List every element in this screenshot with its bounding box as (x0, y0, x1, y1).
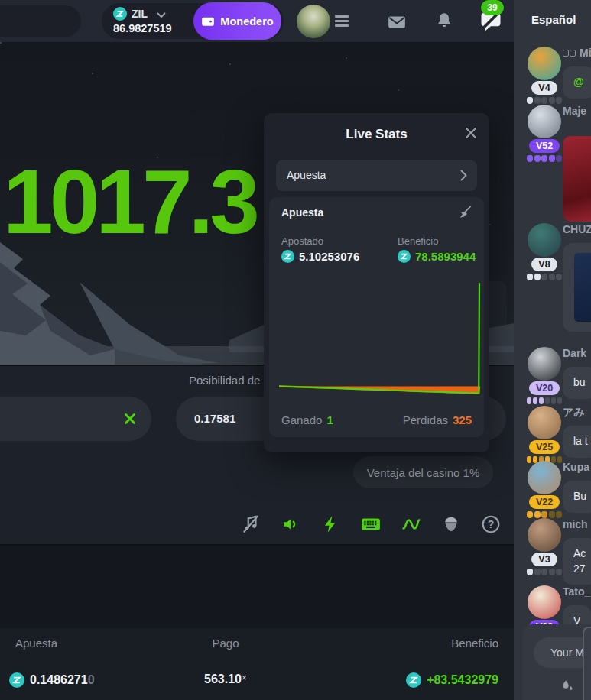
vip-level-badge: V3 (531, 553, 557, 566)
chat-text-message: @ (563, 66, 591, 99)
wallet-icon (201, 15, 215, 28)
chat-image-message[interactable] (563, 243, 591, 332)
user-avatar[interactable] (528, 347, 561, 381)
last-bet-results-bar: Apuesta Pago Beneficio 0.14862710 563.10… (0, 628, 514, 700)
vip-level-badge: V52 (529, 139, 560, 153)
zil-coin-icon (113, 7, 127, 21)
game-toolbar: ? (0, 504, 514, 544)
live-stats-chart (277, 274, 482, 403)
zil-coin-icon (398, 250, 411, 263)
house-edge-button[interactable]: Ventaja del casino 1% (353, 456, 493, 488)
chat-username[interactable]: Mi (563, 46, 591, 60)
goggles-icon (563, 50, 576, 57)
wagered-value: 5.10253076 (281, 250, 359, 263)
profit-label: Beneficio (398, 235, 438, 247)
chat-username[interactable]: Tato_ (563, 585, 591, 598)
notifications-badge: 39 (481, 0, 504, 15)
music-off-icon[interactable] (241, 514, 261, 534)
user-avatar[interactable] (528, 585, 561, 619)
menu-icon[interactable] (335, 15, 349, 28)
bell-icon[interactable] (434, 11, 454, 31)
stats-filter-dropdown[interactable]: Apuesta (276, 160, 477, 191)
profit-value: +83.5432979 (406, 672, 498, 688)
rain-icon[interactable] (560, 679, 576, 694)
chevron-right-icon (460, 170, 467, 181)
chat-text-message: Bu (563, 481, 591, 513)
user-avatar[interactable] (528, 223, 561, 257)
bet-column-header: Apuesta (15, 637, 57, 650)
gem-row (527, 397, 562, 404)
live-stats-title: Live Stats (264, 127, 489, 142)
stats-card: Apuesta Apostado 5.10253076 Beneficio 78… (269, 197, 484, 437)
gem-row (527, 569, 562, 575)
live-stats-panel: Live Stats Apuesta Apuesta Apostado 5.10… (264, 113, 489, 452)
bet-amount-value: 0.14862710 (9, 672, 95, 688)
topbar-left-stub (0, 5, 81, 37)
chat-input-panel: Your Me (522, 624, 591, 700)
chat-image (574, 253, 591, 322)
balance-value: 86.9827519 (113, 22, 172, 34)
side-overlay-panel-edge (583, 627, 591, 700)
svg-text:?: ? (488, 518, 495, 530)
vip-level-badge: V22 (529, 495, 560, 509)
sound-icon[interactable] (281, 514, 301, 534)
currency-code: ZIL (132, 8, 148, 20)
zil-coin-icon (9, 672, 24, 688)
topbar: ZIL 86.9827519 Monedero 39 (0, 0, 514, 42)
chat-username[interactable]: アみ (563, 405, 591, 419)
chat-sidebar: Español V4Mi@V52MajeV8CHUZV20DarkbuV25アみ… (514, 0, 591, 700)
losses-counter: Pérdidas325 (403, 413, 472, 426)
seed-icon[interactable] (441, 514, 461, 534)
clear-x-icon[interactable] (124, 413, 136, 425)
app-window: 1017.3 Posibilidad de 0.17581 Ventaja de… (0, 0, 591, 700)
user-avatar[interactable] (297, 5, 330, 38)
profit-stat-value: 78.5893944 (398, 250, 476, 263)
chat-username[interactable]: Kupa (563, 460, 591, 474)
game-result-multiplier: 1017.3 (3, 150, 256, 254)
fast-bet-icon[interactable] (321, 514, 341, 534)
hotkeys-icon[interactable] (361, 514, 381, 534)
profit-column-header: Beneficio (451, 637, 498, 650)
mail-icon[interactable] (387, 12, 407, 32)
chat-text-message: la t (563, 426, 591, 458)
zil-coin-icon (406, 672, 421, 688)
wallet-button[interactable]: Monedero (193, 2, 281, 40)
wagered-label: Apostado (281, 235, 323, 247)
target-multiplier-input[interactable] (0, 397, 151, 441)
vip-level-badge: V4 (531, 81, 557, 95)
chevron-down-icon (157, 12, 166, 18)
user-avatar[interactable] (528, 518, 561, 552)
gem-row (527, 155, 562, 162)
live-stats-icon[interactable] (401, 514, 421, 534)
gem-row (527, 274, 562, 280)
gem-row (527, 97, 562, 104)
chat-username[interactable]: CHUZ (563, 222, 591, 236)
lower-spacer (0, 546, 514, 628)
chat-username[interactable]: Maje (563, 104, 591, 118)
stars-decoration (0, 42, 2, 44)
user-avatar[interactable] (528, 406, 561, 439)
chat-username[interactable]: Dark (563, 346, 591, 360)
vip-level-badge: V20 (529, 381, 560, 395)
payout-column-header: Pago (176, 637, 275, 650)
user-avatar[interactable] (528, 461, 561, 494)
stats-filter-label: Apuesta (287, 169, 326, 181)
payout-multiplier-value: 563.10× (176, 672, 275, 686)
broom-icon[interactable] (456, 204, 473, 221)
stats-footer: Ganado1 Pérdidas325 (281, 413, 472, 426)
user-avatar[interactable] (528, 47, 561, 80)
chat-text-message: bu (563, 367, 591, 399)
chat-image-message[interactable] (563, 136, 591, 222)
language-selector[interactable]: Español (531, 13, 576, 26)
wins-counter: Ganado1 (281, 413, 333, 426)
close-icon[interactable] (465, 127, 477, 139)
vip-level-badge: V8 (531, 258, 557, 271)
help-icon[interactable]: ? (481, 514, 501, 534)
user-avatar[interactable] (528, 105, 561, 138)
vip-level-badge: V25 (529, 440, 560, 454)
win-chance-label: Posibilidad de (189, 374, 260, 387)
chat-username[interactable]: mich (563, 517, 591, 531)
zil-coin-icon (281, 250, 294, 263)
stats-section-title: Apuesta (281, 206, 323, 219)
chat-text-message: Ac27 (563, 538, 591, 585)
